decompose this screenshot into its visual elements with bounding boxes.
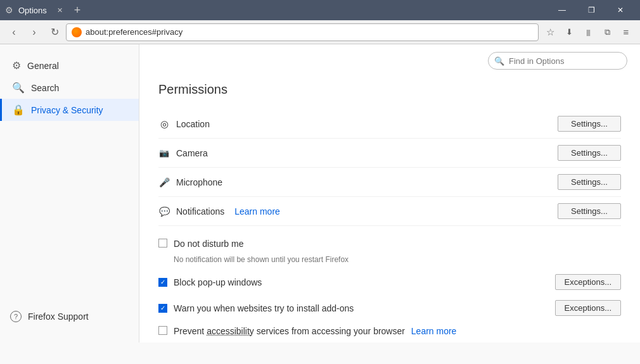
- prevent-accessibility-learn-more[interactable]: Learn more: [411, 326, 457, 336]
- notifications-learn-more[interactable]: Learn more: [234, 206, 280, 217]
- restore-btn[interactable]: ❐: [577, 0, 606, 20]
- do-not-disturb-section: Do not disturb me No notification will b…: [158, 226, 621, 269]
- warn-addons-exceptions-btn[interactable]: Exceptions...: [555, 300, 621, 316]
- main-layout: ⚙ General 🔍 Search 🔒 Privacy & Security …: [0, 44, 640, 342]
- find-magnifier-icon: 🔍: [494, 56, 504, 66]
- find-input[interactable]: [488, 52, 627, 70]
- prevent-accessibility-row: Prevent accessibility services from acce…: [158, 321, 621, 341]
- gear-icon: ⚙: [12, 60, 21, 72]
- tab-close-icon[interactable]: ✕: [57, 6, 63, 15]
- sync-btn[interactable]: ⧉: [598, 23, 616, 41]
- permission-row-notifications: 💬 Notifications Learn more Settings...: [158, 197, 621, 226]
- block-popups-label: Block pop-up windows: [174, 277, 262, 287]
- block-popups-exceptions-btn[interactable]: Exceptions...: [555, 274, 621, 290]
- notifications-settings-btn[interactable]: Settings...: [558, 203, 621, 219]
- prevent-accessibility-checkbox[interactable]: [158, 326, 167, 335]
- warn-addons-row: Warn you when websites try to install ad…: [158, 295, 621, 321]
- content-area: 🔍 Permissions ◎ Location Settings... 📷 C…: [139, 44, 640, 342]
- do-not-disturb-checkbox[interactable]: [158, 239, 167, 248]
- sidebar-item-privacy[interactable]: 🔒 Privacy & Security: [0, 99, 139, 121]
- sidebar-nav: ⚙ General 🔍 Search 🔒 Privacy & Security: [0, 54, 139, 121]
- forward-btn[interactable]: ›: [25, 23, 43, 41]
- block-popups-row: Block pop-up windows Exceptions...: [158, 269, 621, 295]
- tab-title: Options: [18, 6, 47, 15]
- permissions-heading: Permissions: [158, 82, 621, 97]
- location-icon: ◎: [158, 118, 170, 130]
- sidebar-label-general: General: [27, 61, 59, 71]
- sidebar: ⚙ General 🔍 Search 🔒 Privacy & Security …: [0, 44, 139, 342]
- location-label: Location: [176, 119, 210, 129]
- permission-row-microphone: 🎤 Microphone Settings...: [158, 168, 621, 197]
- back-btn[interactable]: ‹: [5, 23, 23, 41]
- warn-addons-label: Warn you when websites try to install ad…: [174, 303, 354, 313]
- sidebar-bottom: ? Firefox Support: [0, 301, 139, 332]
- firefox-logo: [72, 27, 82, 37]
- notifications-icon: 💬: [158, 206, 170, 217]
- search-icon: 🔍: [12, 82, 25, 94]
- refresh-btn[interactable]: ↻: [46, 23, 63, 41]
- camera-settings-btn[interactable]: Settings...: [558, 145, 621, 161]
- permission-row-location: ◎ Location Settings...: [158, 110, 621, 139]
- block-popups-checkbox[interactable]: [158, 278, 167, 287]
- location-settings-btn[interactable]: Settings...: [558, 116, 621, 132]
- find-input-wrapper: 🔍: [488, 52, 627, 70]
- do-not-disturb-row: Do not disturb me: [158, 234, 621, 254]
- support-label: Firefox Support: [28, 311, 89, 322]
- bookmark-btn[interactable]: ☆: [541, 23, 559, 41]
- camera-icon: 📷: [158, 148, 170, 158]
- firefox-support-link[interactable]: ? Firefox Support: [10, 306, 129, 327]
- notifications-label: Notifications: [176, 206, 224, 217]
- microphone-label: Microphone: [176, 177, 222, 187]
- find-bar: 🔍: [488, 52, 627, 70]
- sidebar-item-general[interactable]: ⚙ General: [0, 54, 139, 77]
- new-tab-btn[interactable]: +: [74, 4, 81, 17]
- do-not-disturb-subtext: No notification will be shown until you …: [174, 255, 621, 264]
- sidebar-label-privacy: Privacy & Security: [31, 105, 103, 115]
- address-bar[interactable]: about:preferences#privacy: [66, 23, 539, 41]
- title-bar: ⚙ Options ✕ + — ❐ ✕: [0, 0, 640, 20]
- minimize-btn[interactable]: —: [547, 0, 577, 20]
- warn-addons-checkbox[interactable]: [158, 304, 167, 313]
- sidebar-item-search[interactable]: 🔍 Search: [0, 77, 139, 99]
- do-not-disturb-label: Do not disturb me: [174, 239, 244, 249]
- settings-icon: ⚙: [5, 5, 13, 15]
- nav-bar: ‹ › ↻ about:preferences#privacy ☆ ⬇ ||| …: [0, 20, 640, 44]
- support-icon: ?: [10, 311, 22, 322]
- permission-row-camera: 📷 Camera Settings...: [158, 139, 621, 168]
- download-btn[interactable]: ⬇: [560, 23, 578, 41]
- history-btn[interactable]: |||: [579, 23, 597, 41]
- close-btn[interactable]: ✕: [606, 0, 635, 20]
- prevent-accessibility-label: Prevent accessibility services from acce…: [174, 326, 456, 336]
- microphone-icon: 🎤: [158, 177, 170, 187]
- sidebar-label-search: Search: [31, 83, 59, 93]
- camera-label: Camera: [176, 148, 208, 158]
- menu-btn[interactable]: ≡: [617, 23, 635, 41]
- address-text: about:preferences#privacy: [86, 27, 182, 37]
- microphone-settings-btn[interactable]: Settings...: [558, 174, 621, 190]
- lock-icon: 🔒: [12, 104, 25, 116]
